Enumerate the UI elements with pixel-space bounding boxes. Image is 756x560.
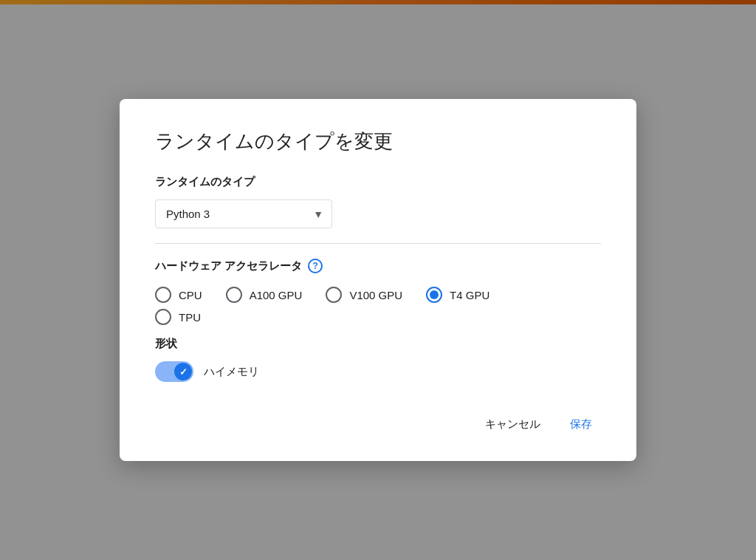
shape-section: 形状 ✓ ハイメモリ: [155, 337, 601, 382]
toggle-row: ✓ ハイメモリ: [155, 361, 601, 382]
runtime-select-wrapper: Python 3 Python 2 ▼: [155, 199, 332, 228]
save-button[interactable]: 保存: [561, 412, 601, 437]
toggle-track: ✓: [155, 361, 193, 382]
help-icon[interactable]: ?: [308, 259, 323, 273]
dialog-title: ランタイムのタイプを変更: [155, 129, 601, 154]
radio-cpu-circle: [155, 287, 171, 303]
radio-cpu[interactable]: CPU: [155, 287, 202, 303]
radio-v100gpu-label: V100 GPU: [349, 289, 402, 301]
dialog-actions: キャンセル 保存: [155, 412, 601, 437]
radio-tpu-circle: [155, 309, 171, 325]
radio-tpu-label: TPU: [179, 311, 201, 324]
runtime-type-label: ランタイムのタイプ: [155, 175, 601, 189]
radio-t4gpu-label: T4 GPU: [450, 289, 489, 301]
accelerator-header: ハードウェア アクセラレータ ?: [155, 259, 601, 273]
high-memory-toggle[interactable]: ✓: [155, 361, 193, 382]
radio-t4gpu[interactable]: T4 GPU: [426, 287, 489, 303]
cancel-button[interactable]: キャンセル: [476, 412, 549, 437]
accelerator-row-2: TPU: [155, 309, 601, 325]
shape-label: 形状: [155, 337, 601, 351]
radio-v100gpu-circle: [326, 287, 342, 303]
runtime-select[interactable]: Python 3 Python 2: [155, 199, 332, 228]
radio-a100gpu[interactable]: A100 GPU: [226, 287, 303, 303]
radio-a100gpu-circle: [226, 287, 242, 303]
radio-v100gpu[interactable]: V100 GPU: [326, 287, 402, 303]
dialog-overlay: ランタイムのタイプを変更 ランタイムのタイプ Python 3 Python 2…: [0, 0, 756, 560]
radio-a100gpu-label: A100 GPU: [250, 289, 303, 301]
dialog: ランタイムのタイプを変更 ランタイムのタイプ Python 3 Python 2…: [120, 99, 636, 461]
accelerator-row-1: CPU A100 GPU V100 GPU T4 GPU: [155, 287, 601, 303]
radio-tpu[interactable]: TPU: [155, 309, 201, 325]
radio-cpu-label: CPU: [179, 289, 202, 301]
accelerator-label: ハードウェア アクセラレータ: [155, 259, 302, 273]
radio-t4gpu-circle: [426, 287, 442, 303]
high-memory-label: ハイメモリ: [204, 365, 259, 379]
divider: [155, 243, 601, 244]
toggle-thumb: ✓: [174, 363, 192, 380]
accelerator-radio-group: CPU A100 GPU V100 GPU T4 GPU T: [155, 287, 601, 331]
toggle-checkmark-icon: ✓: [179, 366, 188, 378]
